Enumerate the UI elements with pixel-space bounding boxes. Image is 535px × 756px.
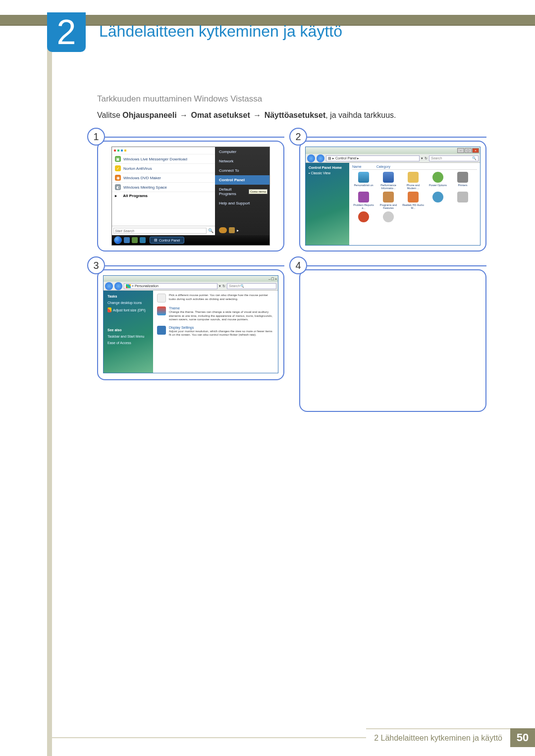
refresh-icon[interactable]: ↻ xyxy=(222,284,225,288)
cp-item-realtek[interactable]: Realtek HD Audio M... xyxy=(402,192,425,209)
cp-item-problem[interactable]: Problem Reports a... xyxy=(352,192,375,209)
col-name[interactable]: Name xyxy=(352,165,362,168)
minimize-button[interactable]: – xyxy=(457,148,464,153)
power-row: ▸ xyxy=(215,225,269,235)
sleep-button[interactable] xyxy=(219,227,227,233)
start-search-input[interactable] xyxy=(113,228,207,234)
cp-item-printers[interactable]: Printers xyxy=(451,172,474,190)
maximize-button[interactable]: ▢ xyxy=(465,148,472,153)
window-titlebar: – ▢ × xyxy=(104,276,278,282)
right-item-network[interactable]: Network xyxy=(215,156,269,166)
cp-item-phone[interactable]: Phone and Modem ... xyxy=(402,172,425,190)
cp-item-personalization[interactable]: Personalizati on xyxy=(352,172,375,190)
side-stripe xyxy=(47,15,52,756)
panel-divider xyxy=(307,265,486,266)
sidebar-link-dpi[interactable]: Adjust font size (DPI) xyxy=(107,307,149,312)
column-headers: Name Category xyxy=(352,165,477,170)
maximize-button[interactable]: ▢ xyxy=(271,277,274,281)
close-button[interactable]: × xyxy=(472,148,479,153)
panel-1-wrap: 1 ▣Windows Live Messenger Download ✓Nort… xyxy=(97,138,284,252)
breadcrumb-bar[interactable]: « Personalization xyxy=(124,283,217,289)
sidebar-link-ease[interactable]: Ease of Access xyxy=(107,341,149,345)
cp-item-more[interactable] xyxy=(451,192,474,209)
panel-number: 3 xyxy=(87,256,105,274)
mouse-icon xyxy=(157,294,166,302)
entry-mouse[interactable]: Pick a different mouse pointer. You can … xyxy=(157,294,274,302)
lock-button[interactable] xyxy=(229,227,235,233)
back-button[interactable] xyxy=(307,154,315,162)
control-panel-items: Personalizati on Performance Informatio.… xyxy=(352,172,477,222)
forward-button[interactable] xyxy=(317,154,324,162)
sidebar-link-classic[interactable]: • Classic View xyxy=(309,171,346,175)
cp-item-more[interactable] xyxy=(377,211,400,222)
panel-3-wrap: 3 – ▢ × « Personalization xyxy=(97,266,284,412)
sidebar-link-taskbar[interactable]: Taskbar and Start Menu xyxy=(107,335,149,338)
arrow-icon: → xyxy=(253,111,261,119)
dropdown-arrow-icon[interactable]: ▾ xyxy=(421,156,423,160)
menu-item-meeting[interactable]: ◐Windows Meeting Space xyxy=(112,182,215,192)
path-1: Ohjauspaneeli xyxy=(122,111,176,119)
screenshot-personalization: – ▢ × « Personalization ▾ ↻ xyxy=(103,275,278,373)
cp-item-power[interactable]: Power Options xyxy=(427,172,449,190)
panel-2-wrap: 2 – ▢ × ▨ ▸ Control Panel xyxy=(299,138,486,252)
taskbar-button-control-panel[interactable]: ▨ Control Panel xyxy=(150,237,184,244)
breadcrumb-sep-icon: ▸ xyxy=(357,156,359,160)
panel-2: – ▢ × ▨ ▸ Control Panel ▸ ▾ xyxy=(299,141,486,252)
entry-display-settings[interactable]: Display SettingsAdjust your monitor reso… xyxy=(157,326,274,337)
dropdown-arrow-icon[interactable]: ▾ xyxy=(219,284,221,288)
menu-item-dvdmaker[interactable]: ◉Windows DVD Maker xyxy=(112,173,215,182)
panel-1: ▣Windows Live Messenger Download ✓Norton… xyxy=(97,141,284,252)
shield-icon xyxy=(107,307,111,312)
sidebar-link-desktop-icons[interactable]: Change desktop icons xyxy=(107,301,149,304)
chapter-number: 2 xyxy=(57,15,76,50)
right-item-control-panel[interactable]: Control Panel xyxy=(215,175,269,185)
menu-item-messenger[interactable]: ▣Windows Live Messenger Download xyxy=(112,154,215,163)
sidebar-link-home[interactable]: Control Panel Home xyxy=(309,166,346,169)
start-menu-right: Computer Network Connect To Control Pane… xyxy=(215,147,269,235)
chapter-title: Lähdelaitteen kytkeminen ja käyttö xyxy=(99,22,342,41)
screenshot-control-panel: – ▢ × ▨ ▸ Control Panel ▸ ▾ xyxy=(305,147,481,246)
col-category[interactable]: Category xyxy=(376,165,390,168)
panel-divider xyxy=(105,265,284,266)
back-button[interactable] xyxy=(105,282,113,290)
cp-item-more[interactable] xyxy=(352,211,375,222)
menu-item-norton[interactable]: ✓Norton AntiVirus xyxy=(112,163,215,173)
panel-divider xyxy=(105,137,284,138)
sidebar-heading-seealso: See also xyxy=(107,328,149,332)
refresh-icon[interactable]: ↻ xyxy=(425,156,428,160)
path-2: Omat asetukset xyxy=(191,111,250,119)
footer-chapter-label: 2 Lähdelaitteen kytkeminen ja käyttö xyxy=(366,728,510,747)
minimize-button[interactable]: – xyxy=(268,277,270,281)
entry-theme[interactable]: ThemeChange the theme. Themes can change… xyxy=(157,306,274,322)
path-3: Näyttöasetukset xyxy=(265,111,326,119)
panel-number: 4 xyxy=(289,256,307,274)
arrow-right-icon: ▸ xyxy=(115,194,117,198)
breadcrumb-bar[interactable]: ▨ ▸ Control Panel ▸ xyxy=(326,155,420,161)
breadcrumb-sep-icon: ▸ xyxy=(332,156,334,160)
sidebar: Tasks Change desktop icons Adjust font s… xyxy=(104,291,153,373)
quick-launch-icon[interactable] xyxy=(140,237,146,243)
cp-item-performance[interactable]: Performance Informatio... xyxy=(377,172,400,190)
right-item-default[interactable]: Default Programs Custo nemo xyxy=(215,185,269,199)
menu-item-all-programs[interactable]: ▸ All Programs xyxy=(112,192,215,200)
quick-launch-icon[interactable] xyxy=(132,237,138,243)
search-box[interactable]: Search 🔍 xyxy=(429,155,479,161)
right-item-connect[interactable]: Connect To xyxy=(215,166,269,175)
search-icon[interactable]: 🔍 xyxy=(208,228,214,233)
sidebar-heading-tasks: Tasks xyxy=(107,295,149,298)
control-panel-icon: ▨ xyxy=(154,238,158,242)
cp-item-more[interactable] xyxy=(427,192,449,209)
shutdown-arrow-icon[interactable]: ▸ xyxy=(237,228,239,233)
breadcrumb-text: Personalization xyxy=(135,284,159,288)
quick-launch-icon[interactable] xyxy=(124,237,130,243)
forward-button[interactable] xyxy=(114,282,122,290)
close-button[interactable]: × xyxy=(275,277,277,281)
start-orb[interactable] xyxy=(114,236,122,244)
main-area: Name Category Personalizati on Performan… xyxy=(349,163,480,245)
right-item-computer[interactable]: Computer xyxy=(215,147,269,156)
footer-page-number: 50 xyxy=(510,728,535,747)
chapter-badge: 2 xyxy=(47,12,86,52)
right-item-help[interactable]: Help and Support xyxy=(215,199,269,208)
cp-item-programs[interactable]: Programs and Features xyxy=(377,192,400,209)
search-box[interactable]: Search 🔍 xyxy=(227,283,276,289)
